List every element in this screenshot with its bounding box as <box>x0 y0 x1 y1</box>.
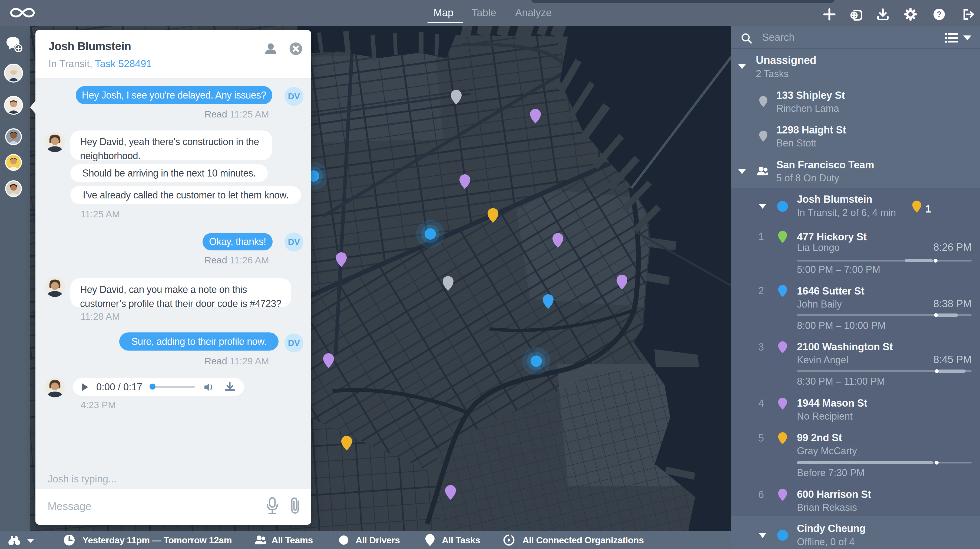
svg-text:?: ? <box>937 10 942 18</box>
